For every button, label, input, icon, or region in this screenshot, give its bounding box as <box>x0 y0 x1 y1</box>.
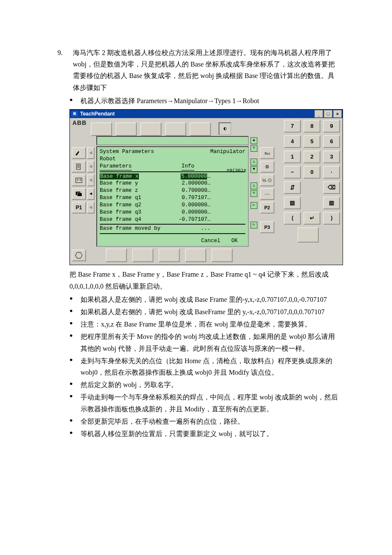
joystick-button[interactable] <box>297 227 319 243</box>
bottom-softkey[interactable] <box>132 249 153 262</box>
param-row[interactable]: Base frame x5.000000… <box>100 173 245 180</box>
mode-indicator-icon: ◐ <box>219 122 231 135</box>
tri-button[interactable]: ◁ <box>87 161 95 173</box>
program-icon[interactable] <box>72 161 86 173</box>
after-image-text: 把 Base Frame x，Base Frame y，Base Frame z… <box>58 269 341 292</box>
svg-marker-4 <box>75 252 82 258</box>
item-number: 9. <box>58 47 69 93</box>
key-7[interactable]: 7 <box>284 120 301 133</box>
row-counter: =9(30)= <box>227 168 246 174</box>
tree-icon[interactable]: ⇵ <box>284 181 301 194</box>
lcd-screen: System Parameters Manipulator Robot Para… <box>96 146 249 247</box>
fn-button[interactable]: ⚙ <box>260 161 274 173</box>
param-row[interactable]: Base frame z0.700000… <box>100 187 245 194</box>
io-icon[interactable] <box>72 174 86 186</box>
top-softkey[interactable] <box>91 122 112 136</box>
scroll-up-icon[interactable]: ▲ <box>251 137 257 144</box>
abb-logo: ABB <box>72 120 89 125</box>
param-row[interactable]: Base frame moved by... <box>100 225 245 232</box>
top-softkey[interactable] <box>165 122 186 136</box>
screen-subtitle: Robot <box>100 156 245 163</box>
top-softkey[interactable] <box>115 122 137 136</box>
scroll-down-icon[interactable]: ▽ <box>251 190 257 197</box>
bullet-item: 手动走到每一个与车身坐标系相关的焊点，中间点，程序里 wobj 改成新的 wob… <box>69 391 341 414</box>
p3-button[interactable]: P3 <box>260 221 274 233</box>
lcd-tabbar <box>96 136 249 145</box>
tri-button[interactable]: ◁ <box>87 147 95 159</box>
tri-button[interactable]: ◀ <box>87 188 95 200</box>
key-3[interactable]: 3 <box>323 150 340 163</box>
menu-info[interactable]: Info <box>182 163 194 171</box>
nav-step: 机器人示教器选择 Parameters→Manipulator→Types 1→… <box>69 95 341 107</box>
key-0[interactable]: 0 <box>303 166 320 179</box>
key-6[interactable]: 6 <box>323 135 340 148</box>
top-softkey[interactable] <box>140 122 161 136</box>
delete-icon[interactable]: ⌫ <box>323 181 340 194</box>
stop-icon[interactable] <box>72 249 86 261</box>
ok-softkey[interactable]: OK <box>231 237 238 245</box>
fn-button[interactable]: ℻ <box>260 147 274 159</box>
teachpendant-window: ▦ TeachPendant _ □ × ABB ◐ <box>69 109 343 266</box>
window-titlebar: ▦ TeachPendant _ □ × <box>70 110 343 118</box>
maximize-button[interactable]: □ <box>324 110 332 118</box>
bullet-item: 注意：x,y,z 在 Base Frame 里单位是米，而在 wobj 里单位是… <box>69 318 341 330</box>
top-softkey[interactable] <box>190 122 211 136</box>
page-right-icon[interactable]: ▷ <box>251 222 257 228</box>
bullet-item: 如果机器人是左侧的，请把 wobj 改成 Base Frame 里的-y,x,-… <box>69 294 341 305</box>
item-text: 海马汽车 2 期改造机器人移位校点方法采用上述原理进行。现有的海马机器人程序用了… <box>73 47 341 93</box>
windows-icon[interactable] <box>72 188 86 200</box>
fn-button[interactable]: ···· <box>260 188 274 200</box>
bottom-softkey[interactable] <box>106 249 127 262</box>
p2-button[interactable]: P2 <box>260 202 274 214</box>
key-8[interactable]: 8 <box>303 120 320 133</box>
key-dot[interactable]: · <box>323 166 340 179</box>
param-row[interactable]: Base frame q20.000000… <box>100 202 245 209</box>
screen-title: System Parameters <box>100 148 154 156</box>
enter-icon[interactable]: ↵ <box>303 212 320 225</box>
bullet-item: 全部更新完毕后，在手动检查一遍所有的点位，路径。 <box>69 416 341 427</box>
scroll-up-icon[interactable]: △ <box>251 182 257 189</box>
param-row[interactable]: Base frame q30.000000… <box>100 209 245 216</box>
cancel-softkey[interactable]: Cancel <box>201 237 220 245</box>
close-button[interactable]: × <box>333 110 342 118</box>
page-right-icon[interactable]: ▷ <box>251 202 257 209</box>
bullet-item: 等机器人移位至新的位置后，只需要重新定义 wobj，就可以了。 <box>69 428 341 439</box>
fn-button[interactable]: ½ ⏲ <box>260 174 274 186</box>
svg-rect-0 <box>77 164 81 170</box>
svg-rect-3 <box>77 193 82 196</box>
tri-button[interactable]: ◁ <box>87 174 95 186</box>
key-minus[interactable]: − <box>284 166 301 179</box>
bullet-item: 走到与车身坐标无关的点位（比如 Home 点，清枪点，取放料点）程序更换成原来的… <box>69 355 341 378</box>
file-icon[interactable]: ▥ <box>323 197 340 209</box>
bottom-softkey[interactable] <box>159 249 180 262</box>
key-9[interactable]: 9 <box>323 120 340 133</box>
jog-icon[interactable] <box>72 147 86 159</box>
param-row[interactable]: Base frame q10.707107… <box>100 194 245 202</box>
key-1[interactable]: 1 <box>284 150 301 163</box>
app-icon: ▦ <box>71 110 78 117</box>
arrow-left-icon[interactable]: ⟨ <box>284 212 301 225</box>
param-row[interactable]: Base frame y2.000000… <box>100 180 245 187</box>
p1-button[interactable]: P1 <box>72 202 86 214</box>
bottom-softkey[interactable] <box>185 249 206 262</box>
file-icon[interactable]: ▥ <box>284 197 301 209</box>
param-row[interactable]: Base frame q4-0.707107… <box>100 216 245 223</box>
menu-parameters[interactable]: Parameters <box>100 163 132 171</box>
bullet-item: 然后定义新的 wobj，另取名字。 <box>69 379 341 390</box>
scroll-up-icon[interactable]: △ <box>251 159 257 165</box>
screen-context: Manipulator <box>210 148 245 156</box>
scroll-down-icon[interactable]: ▼ <box>251 166 257 173</box>
bullet-item: 如果机器人是右侧的，请把 wobj 改成 BaseFrame 里的 y,-x,-… <box>69 306 341 318</box>
bottom-softkey[interactable] <box>211 249 233 262</box>
tri-button[interactable]: ◁ <box>87 202 95 214</box>
key-2[interactable]: 2 <box>303 150 320 163</box>
arrow-right-icon[interactable]: ⟩ <box>323 212 340 225</box>
key-4[interactable]: 4 <box>284 135 301 148</box>
scroll-down-icon[interactable]: ▽ <box>251 145 257 152</box>
bullet-item: 把程序里所有关于 Move 的指令的 wobj 均改成上述数值，如果用的是 wo… <box>69 331 341 354</box>
window-title: TeachPendant <box>80 110 314 118</box>
minimize-button[interactable]: _ <box>314 110 323 118</box>
key-5[interactable]: 5 <box>303 135 320 148</box>
